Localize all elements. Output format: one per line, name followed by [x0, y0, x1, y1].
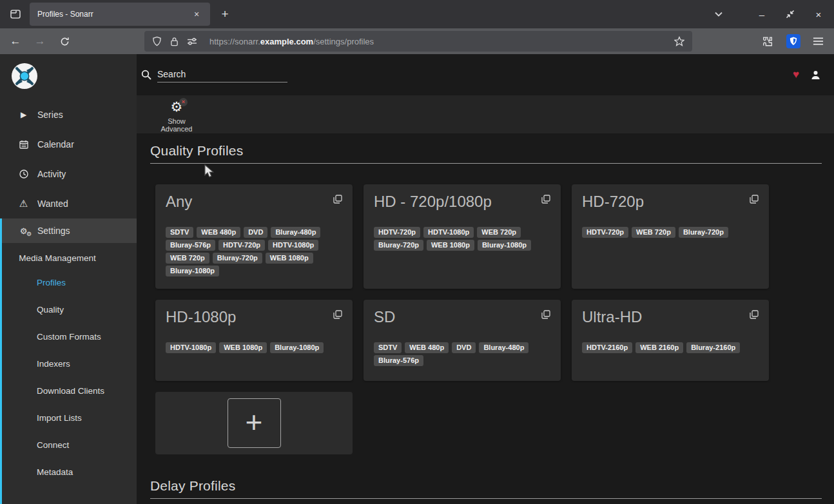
sidebar-item-quality[interactable]: Quality — [2, 296, 137, 324]
quality-profile-card-hd-1080p[interactable]: HD-1080pHDTV-1080pWEB 1080pBluray-1080p — [155, 300, 353, 381]
quality-tag: Bluray-576p — [374, 355, 423, 366]
donate-heart-icon[interactable]: ♥ — [793, 68, 799, 81]
sidebar-item-activity[interactable]: Activity — [0, 159, 137, 189]
clone-profile-icon[interactable] — [750, 310, 759, 319]
quality-tag: WEB 720p — [632, 227, 675, 238]
quality-tag: WEB 720p — [477, 227, 521, 238]
add-profile-card[interactable]: + — [155, 392, 353, 454]
quality-tag: WEB 720p — [166, 253, 209, 264]
sidebar-item-media-management[interactable]: Media Management — [2, 249, 105, 269]
forward-icon[interactable]: → — [32, 35, 48, 48]
quality-tag: HDTV-1080p — [423, 227, 474, 238]
sidebar-item-custom-formats[interactable]: Custom Formats — [2, 324, 137, 351]
sidebar-item-label: Activity — [37, 169, 66, 179]
menu-hamburger-icon[interactable] — [813, 37, 824, 46]
quality-tag: WEB 2160p — [635, 342, 683, 353]
sonarr-logo[interactable] — [11, 63, 38, 90]
quality-tag: Bluray-1080p — [166, 266, 219, 276]
search-icon — [141, 70, 151, 80]
profile-name: HD - 720p/1080p — [374, 193, 550, 211]
sidebar-item-import-lists[interactable]: Import Lists — [2, 405, 137, 432]
url-text: https://sonarr.example.com/settings/prof… — [209, 37, 374, 46]
quality-tag: WEB 480p — [197, 227, 240, 238]
profile-name: HD-720p — [582, 193, 759, 211]
quality-tag: Bluray-576p — [166, 240, 215, 251]
sidebar-item-connect[interactable]: Connect — [2, 432, 137, 459]
tracking-shield-icon[interactable] — [152, 36, 162, 46]
quality-tags: HDTV-720pWEB 720pBluray-720p — [582, 227, 759, 238]
quality-tag: Bluray-720p — [213, 253, 262, 264]
advanced-off-x-icon: × — [179, 98, 188, 106]
quality-tag: Bluray-1080p — [478, 240, 531, 251]
tab-close-icon[interactable]: × — [191, 9, 202, 19]
quality-tag: HDTV-720p — [374, 227, 420, 238]
reload-icon[interactable] — [57, 37, 72, 46]
delay-profiles-rule — [150, 498, 822, 499]
sidebar-item-download-clients[interactable]: Download Clients — [2, 378, 137, 405]
quality-tag: HDTV-2160p — [582, 342, 632, 353]
quality-tag: WEB 1080p — [266, 253, 313, 264]
quality-tags: HDTV-1080pWEB 1080pBluray-1080p — [166, 342, 342, 353]
header-right-icons: ♥ — [793, 68, 821, 81]
minimize-window-icon[interactable]: – — [757, 9, 767, 19]
sidebar-item-wanted[interactable]: ⚠Wanted — [0, 189, 137, 218]
add-profile-box: + — [228, 398, 281, 448]
sidebar-item-metadata[interactable]: Metadata — [2, 459, 137, 486]
quality-tag: HDTV-1080p — [268, 240, 318, 251]
bitwarden-icon[interactable] — [786, 34, 800, 48]
url-bar[interactable]: https://sonarr.example.com/settings/prof… — [144, 31, 692, 52]
quality-tag: SDTV — [374, 342, 402, 353]
quality-tag: HDTV-720p — [218, 240, 265, 251]
browser-nav-bar: ← → https://sonarr.example.com/settings/… — [0, 28, 834, 54]
clone-profile-icon[interactable] — [333, 310, 342, 319]
nav-right-icons — [762, 34, 826, 48]
quality-profile-card-ultra-hd[interactable]: Ultra-HDHDTV-2160pWEB 2160pBluray-2160p — [572, 300, 769, 381]
profile-name: Any — [166, 193, 342, 211]
quality-tag: Bluray-720p — [679, 227, 728, 238]
user-icon[interactable] — [810, 70, 821, 81]
clone-profile-icon[interactable] — [541, 195, 550, 204]
quality-tags: SDTVWEB 480pDVDBluray-480pBluray-576p — [374, 342, 550, 366]
quality-tag: Bluray-1080p — [270, 342, 324, 353]
app-header: ♥ — [137, 54, 834, 95]
sidebar-item-indexers[interactable]: Indexers — [2, 351, 137, 378]
sidebar-nav: ▶SeriesCalendarActivity⚠Wanted — [0, 100, 137, 218]
extensions-puzzle-icon[interactable] — [762, 35, 774, 48]
quality-tags: HDTV-720pHDTV-1080pWEB 720pBluray-720pWE… — [374, 227, 550, 251]
new-tab-button[interactable]: + — [215, 5, 235, 24]
tab-list-chevron-icon[interactable] — [714, 10, 723, 19]
firefox-view-icon[interactable] — [8, 6, 23, 22]
clone-profile-icon[interactable] — [333, 195, 342, 204]
sidebar-item-profiles[interactable]: Profiles — [2, 269, 137, 296]
show-advanced-button[interactable]: ⚙ × ShowAdvanced — [156, 99, 197, 133]
quality-tag: WEB 1080p — [219, 342, 267, 353]
back-icon[interactable]: ← — [8, 35, 23, 48]
restore-window-icon[interactable] — [785, 9, 795, 19]
settings-content: Quality Profiles AnySDTVWEB 480pDVDBlura… — [137, 133, 834, 504]
clone-profile-icon[interactable] — [541, 310, 550, 319]
quality-profile-card-any[interactable]: AnySDTVWEB 480pDVDBluray-480pBluray-576p… — [155, 184, 353, 289]
settings-gears-icon: ⚙ ⚙ — [18, 226, 29, 236]
sidebar-item-label: Settings — [37, 226, 70, 236]
sidebar-item-settings[interactable]: ⚙ ⚙ Settings — [2, 218, 137, 243]
search-input[interactable] — [157, 68, 287, 82]
quality-profile-card-hd-720p[interactable]: HD-720pHDTV-720pWEB 720pBluray-720p — [572, 184, 769, 289]
profile-name: HD-1080p — [166, 308, 342, 326]
close-window-icon[interactable]: × — [813, 9, 824, 19]
sidebar-item-calendar[interactable]: Calendar — [0, 130, 137, 159]
sonarr-app: ▶SeriesCalendarActivity⚠Wanted ⚙ ⚙ Setti… — [0, 54, 834, 504]
quality-profile-card-sd[interactable]: SDSDTVWEB 480pDVDBluray-480pBluray-576p — [364, 300, 561, 381]
quality-tag: WEB 480p — [405, 342, 449, 353]
bookmark-star-icon[interactable] — [674, 36, 684, 46]
plus-icon: + — [246, 407, 263, 437]
sidebar-item-label: Calendar — [37, 139, 74, 150]
wanted-warning-icon: ⚠ — [18, 198, 29, 209]
quality-profile-card-hd-720p-1080p[interactable]: HD - 720p/1080pHDTV-720pHDTV-1080pWEB 72… — [364, 184, 561, 289]
quality-profiles-rule — [150, 163, 822, 164]
lock-icon[interactable] — [170, 37, 179, 46]
browser-tab[interactable]: Profiles - Sonarr × — [30, 3, 210, 26]
page-toolbar: ⚙ × ShowAdvanced — [137, 95, 834, 133]
permissions-icon[interactable] — [187, 37, 197, 45]
sidebar-item-series[interactable]: ▶Series — [0, 100, 137, 130]
clone-profile-icon[interactable] — [750, 195, 759, 204]
